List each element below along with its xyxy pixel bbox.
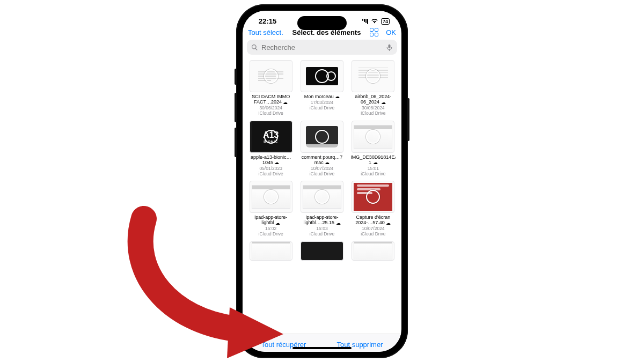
- selection-ring-icon: [315, 130, 329, 144]
- mute-switch: [235, 69, 236, 85]
- cloud-download-icon: ☁︎: [381, 100, 386, 105]
- file-item[interactable]: [298, 241, 346, 261]
- file-date: 30/06/2024: [259, 105, 282, 110]
- file-location: iCloud Drive: [310, 231, 334, 237]
- file-date: 10/07/2024: [362, 226, 385, 231]
- file-name: comment pourq…7 mac: [302, 154, 343, 165]
- cloud-download-icon: ☁︎: [283, 100, 288, 105]
- file-location: iCloud Drive: [361, 110, 385, 116]
- cloud-download-icon: ☁︎: [373, 160, 378, 165]
- file-item[interactable]: SCI DACM IMMO FACT…2024 ☁︎ 30/06/2024 iC…: [247, 60, 295, 116]
- file-item[interactable]: airbnb_06_2024-06_2024 ☁︎ 30/06/2024 iCl…: [349, 60, 397, 116]
- file-thumbnail: [301, 60, 343, 92]
- cellular-signal-icon: [362, 19, 368, 24]
- file-date: 05/01/2023: [259, 166, 282, 171]
- file-thumbnail: A13BIONIC: [250, 121, 292, 153]
- selection-ring-icon: [315, 69, 329, 83]
- iphone-device-frame: 22:15 74 Tout sélect. Sélect. des élémen…: [236, 4, 408, 358]
- battery-indicator: 74: [381, 18, 390, 25]
- file-name: Mon morceau: [304, 94, 334, 99]
- file-thumbnail: [250, 241, 292, 261]
- file-date: 17/03/2024: [311, 100, 334, 105]
- cloud-download-icon: ☁︎: [274, 160, 279, 165]
- wifi-icon: [371, 17, 378, 25]
- search-icon: [251, 44, 258, 51]
- file-thumbnail: [352, 121, 394, 153]
- file-location: iCloud Drive: [259, 110, 283, 116]
- cloud-download-icon: ☁︎: [275, 220, 280, 226]
- file-name: Capture d'écran 2024-…57.40: [355, 215, 390, 225]
- file-item[interactable]: comment pourq…7 mac ☁︎ 10/07/2024 iCloud…: [298, 121, 346, 177]
- file-thumbnail: [250, 181, 292, 213]
- file-item[interactable]: A13BIONIC apple-a13-bionic…1045 ☁︎ 05/01…: [247, 121, 295, 177]
- file-item[interactable]: ipad-app-store-lightbl.…25.15 ☁︎ 15:03 i…: [298, 181, 346, 237]
- file-name: ipad-app-store-lightbl: [254, 215, 287, 225]
- file-thumbnail: [301, 181, 343, 213]
- file-location: iCloud Drive: [361, 231, 385, 237]
- select-all-button[interactable]: Tout sélect.: [248, 28, 283, 36]
- files-grid: SCI DACM IMMO FACT…2024 ☁︎ 30/06/2024 iC…: [247, 60, 397, 261]
- file-thumbnail: [301, 241, 343, 261]
- file-date: 15:01: [368, 166, 379, 171]
- file-thumbnail: [301, 121, 343, 153]
- file-location: iCloud Drive: [259, 231, 283, 237]
- cloud-download-icon: ☁︎: [335, 94, 340, 99]
- file-location: iCloud Drive: [310, 171, 334, 176]
- selection-ring-icon: [264, 130, 278, 144]
- selection-ring-icon: [315, 190, 329, 204]
- cloud-download-icon: ☁︎: [325, 160, 330, 165]
- search-field[interactable]: [247, 40, 397, 55]
- file-thumbnail: [352, 60, 394, 92]
- files-grid-scroll[interactable]: SCI DACM IMMO FACT…2024 ☁︎ 30/06/2024 iC…: [243, 58, 401, 334]
- status-time: 22:15: [259, 17, 276, 25]
- file-name: airbnb_06_2024-06_2024: [355, 94, 391, 105]
- cloud-download-icon: ☁︎: [336, 220, 341, 226]
- file-location: iCloud Drive: [361, 171, 385, 176]
- selection-ring-icon: [264, 69, 278, 83]
- file-item[interactable]: Capture d'écran 2024-…57.40 ☁︎ 10/07/202…: [349, 181, 397, 237]
- file-item[interactable]: ipad-app-store-lightbl ☁︎ 15:02 iCloud D…: [247, 181, 295, 237]
- file-location: iCloud Drive: [310, 105, 334, 110]
- volume-down-button: [235, 128, 236, 157]
- file-thumbnail: [250, 60, 292, 92]
- file-thumbnail: [352, 241, 394, 261]
- file-item[interactable]: IMG_DE30D91814EA-1 ☁︎ 15:01 iCloud Drive: [349, 121, 397, 177]
- file-name: ipad-app-store-lightbl.…25.15: [303, 215, 338, 225]
- home-indicator: [292, 347, 352, 349]
- file-item[interactable]: [247, 241, 295, 261]
- file-thumbnail: [352, 181, 394, 213]
- file-date: 30/06/2024: [362, 105, 385, 110]
- file-date: 15:03: [316, 226, 327, 231]
- power-button: [408, 98, 409, 141]
- file-item[interactable]: [349, 241, 397, 261]
- search-input[interactable]: [261, 43, 383, 51]
- done-button[interactable]: OK: [386, 28, 396, 36]
- file-date: 15:02: [265, 226, 276, 231]
- volume-up-button: [235, 93, 236, 122]
- screen: 22:15 74 Tout sélect. Sélect. des élémen…: [243, 11, 401, 352]
- file-date: 10/07/2024: [311, 166, 334, 171]
- selection-ring-icon: [366, 130, 380, 144]
- dictate-icon[interactable]: [386, 44, 393, 51]
- view-grid-icon[interactable]: [370, 28, 378, 36]
- file-name: apple-a13-bionic…1045: [251, 154, 291, 165]
- cloud-download-icon: ☁︎: [386, 220, 391, 226]
- dynamic-island: [297, 16, 347, 30]
- selection-ring-icon: [264, 190, 278, 204]
- file-location: iCloud Drive: [259, 171, 283, 176]
- file-item[interactable]: Mon morceau ☁︎ 17/03/2024 iCloud Drive: [298, 60, 346, 116]
